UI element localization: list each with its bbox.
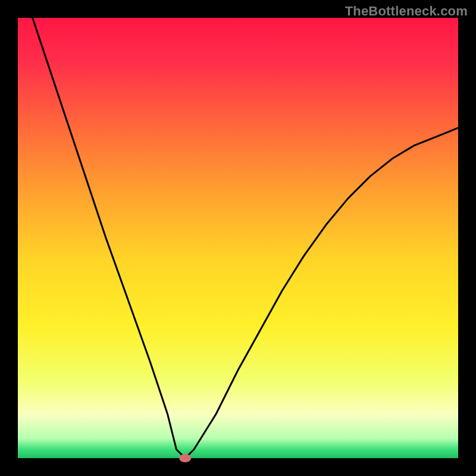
chart-container: TheBottleneck.com <box>0 0 476 476</box>
watermark-text: TheBottleneck.com <box>345 4 468 19</box>
optimum-marker <box>179 454 191 462</box>
bottleneck-chart <box>0 0 476 476</box>
svg-rect-2 <box>18 18 458 458</box>
